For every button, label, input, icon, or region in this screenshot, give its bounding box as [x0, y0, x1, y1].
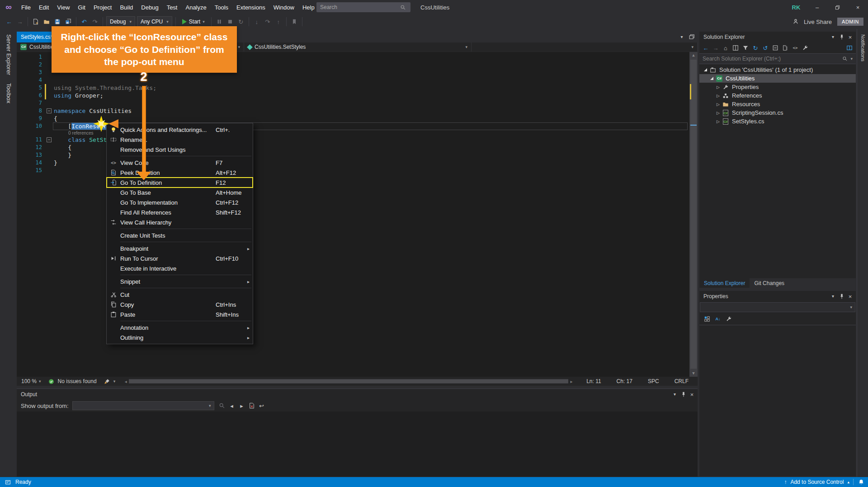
- breakpoint-margin[interactable]: [17, 167, 26, 174]
- context-menu-item-copy[interactable]: CopyCtrl+Ins: [107, 300, 253, 309]
- categorized-icon[interactable]: [703, 315, 711, 323]
- solution-search-input[interactable]: Search Solution Explorer (Ctrl+;) ▾: [699, 53, 856, 64]
- break-all-icon[interactable]: [214, 16, 225, 27]
- side-tab-server-explorer[interactable]: Server Explorer: [5, 34, 12, 75]
- line-ending-indicator[interactable]: CRLF: [668, 378, 695, 384]
- close-icon[interactable]: ×: [846, 33, 854, 41]
- code-line-6[interactable]: 6using Grooper;: [17, 92, 698, 99]
- start-debugging-button[interactable]: Start ▾: [179, 17, 208, 27]
- code-line-4[interactable]: 4: [17, 76, 698, 84]
- context-menu-item-go-to-base[interactable]: Go To BaseAlt+Home: [107, 187, 253, 197]
- collapsed-arrow-icon[interactable]: ▷: [715, 119, 722, 124]
- code-line-8[interactable]: 8−namespace CssUtilities: [17, 107, 698, 115]
- collapsed-arrow-icon[interactable]: ▷: [715, 94, 722, 98]
- search-box[interactable]: Search: [316, 2, 410, 12]
- restart-icon[interactable]: ↻: [236, 16, 246, 27]
- code-line-9[interactable]: 9{: [17, 115, 698, 122]
- close-icon[interactable]: ×: [688, 391, 696, 398]
- stop-icon[interactable]: [225, 16, 236, 27]
- open-folder-icon[interactable]: [41, 16, 52, 27]
- breakpoint-margin[interactable]: [17, 115, 26, 122]
- context-menu-item-go-to-implementation[interactable]: Go To ImplementationCtrl+F12: [107, 197, 253, 207]
- menu-git[interactable]: Git: [74, 0, 90, 14]
- minimize-button[interactable]: –: [807, 0, 827, 14]
- prev-message-icon[interactable]: ◂: [228, 402, 236, 410]
- code-line-7[interactable]: 7: [17, 99, 698, 107]
- breakpoint-margin[interactable]: [17, 53, 26, 61]
- context-menu-item-view-code[interactable]: <>View CodeF7: [107, 158, 253, 168]
- context-menu-item-paste[interactable]: PasteShift+Ins: [107, 309, 253, 319]
- menu-build[interactable]: Build: [116, 0, 137, 14]
- member-dropdown[interactable]: ▾: [472, 42, 698, 52]
- step-into-icon[interactable]: ↓: [251, 16, 262, 27]
- chevron-down-icon[interactable]: ▾: [671, 391, 679, 398]
- expanded-arrow-icon[interactable]: [702, 68, 709, 71]
- save-icon[interactable]: [52, 16, 63, 27]
- pin-icon[interactable]: [679, 391, 687, 398]
- add-to-source-control-button[interactable]: Add to Source Control: [790, 479, 844, 485]
- filter-icon[interactable]: [741, 43, 750, 52]
- breakpoint-margin[interactable]: [17, 92, 26, 99]
- redo-icon[interactable]: ↷: [90, 16, 100, 27]
- side-tab-toolbox[interactable]: Toolbox: [5, 83, 12, 103]
- property-pages-icon[interactable]: [725, 315, 733, 323]
- close-button[interactable]: ×: [848, 0, 868, 14]
- properties-wrench-icon[interactable]: [801, 43, 810, 52]
- chevron-down-icon[interactable]: ▾: [829, 33, 837, 41]
- context-menu-item-cut[interactable]: Cut: [107, 290, 253, 300]
- chevron-down-icon[interactable]: ▾: [678, 33, 686, 41]
- context-menu-item-remove-and-sort-usings[interactable]: Remove and Sort Usings: [107, 145, 253, 155]
- home-icon[interactable]: ⌂: [721, 43, 730, 52]
- breakpoint-margin[interactable]: [17, 76, 26, 84]
- undo-icon[interactable]: ↶: [79, 16, 90, 27]
- tree-item-resources[interactable]: ▷Resources: [699, 100, 856, 108]
- context-menu-item-view-call-hierarchy[interactable]: View Call Hierarchy: [107, 217, 253, 227]
- code-view-icon[interactable]: <>: [791, 43, 800, 52]
- fold-collapse-icon[interactable]: −: [47, 137, 52, 142]
- breakpoint-margin[interactable]: [17, 151, 26, 159]
- collapse-all-icon[interactable]: [771, 43, 780, 52]
- vertical-scrollbar[interactable]: ▲ ▼: [689, 52, 698, 377]
- type-dropdown[interactable]: CssUtilities.SetStyles ▾: [244, 42, 472, 52]
- next-message-icon[interactable]: ▸: [238, 402, 246, 410]
- breakpoint-margin[interactable]: [17, 107, 26, 115]
- alphabetical-icon[interactable]: A↓: [714, 315, 722, 323]
- expanded-arrow-icon[interactable]: [708, 77, 715, 80]
- switch-views-icon[interactable]: [731, 43, 740, 52]
- output-source-dropdown[interactable]: ▾: [72, 401, 214, 410]
- scrollbar-thumb[interactable]: [129, 379, 568, 383]
- clear-all-icon[interactable]: [248, 402, 256, 410]
- tree-item-setstyles-cs[interactable]: ▷C#SetStyles.cs: [699, 117, 856, 126]
- back-icon[interactable]: ←: [701, 43, 710, 52]
- tree-item-properties[interactable]: ▷Properties: [699, 83, 856, 91]
- step-out-icon[interactable]: ↑: [273, 16, 284, 27]
- scrollbar-thumb[interactable]: [690, 60, 697, 369]
- menu-file[interactable]: File: [17, 0, 35, 14]
- properties-object-dropdown[interactable]: ▾: [700, 302, 855, 312]
- context-menu-item-execute-in-interactive[interactable]: Execute in Interactive: [107, 263, 253, 273]
- chevron-down-icon[interactable]: ▾: [829, 293, 837, 300]
- step-over-icon[interactable]: ↷: [262, 16, 273, 27]
- menu-window[interactable]: Window: [269, 0, 298, 14]
- debug-configuration-dropdown[interactable]: Debug▾: [106, 16, 135, 27]
- tree-item-references[interactable]: ▷References: [699, 91, 856, 100]
- save-all-icon[interactable]: [63, 16, 74, 27]
- collapsed-arrow-icon[interactable]: ▷: [715, 85, 722, 89]
- close-icon[interactable]: ×: [846, 293, 854, 300]
- platform-dropdown[interactable]: Any CPU▾: [137, 16, 172, 27]
- menu-tools[interactable]: Tools: [211, 0, 232, 14]
- context-menu-item-rename[interactable]: Rename...: [107, 135, 253, 145]
- restore-button[interactable]: [827, 0, 848, 14]
- context-menu-item-quick-actions-and-refactorings[interactable]: Quick Actions and Refactorings...Ctrl+.: [107, 125, 253, 135]
- breakpoint-margin[interactable]: [17, 144, 26, 151]
- menu-analyze[interactable]: Analyze: [181, 0, 210, 14]
- pin-icon[interactable]: [838, 293, 845, 300]
- breakpoint-margin[interactable]: [17, 159, 26, 167]
- context-menu-item-create-unit-tests[interactable]: Create Unit Tests: [107, 230, 253, 240]
- back-icon[interactable]: ←: [4, 16, 14, 27]
- menu-extensions[interactable]: Extensions: [232, 0, 269, 14]
- context-menu-item-go-to-definition[interactable]: Go To DefinitionF12: [107, 178, 253, 187]
- forward-icon[interactable]: →: [14, 16, 25, 27]
- fold-collapse-icon[interactable]: −: [47, 108, 52, 113]
- menu-view[interactable]: View: [53, 0, 74, 14]
